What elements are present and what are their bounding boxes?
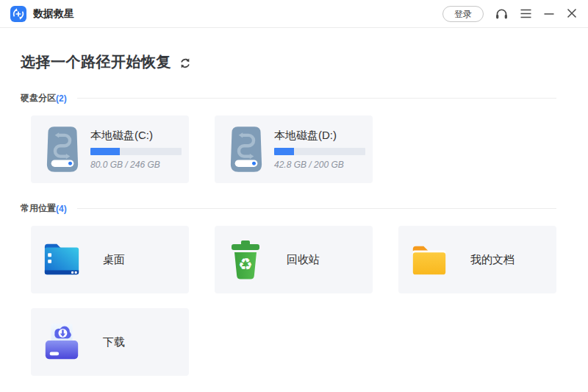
refresh-icon[interactable] <box>179 57 191 69</box>
main-content: 选择一个路径开始恢复 硬盘分区(2) <box>0 52 588 376</box>
section-partitions-count: (2) <box>56 93 67 104</box>
hard-drive-icon <box>229 126 263 173</box>
location-label: 下载 <box>103 335 125 349</box>
disk-card-grid: 本地磁盘(C:) 80.0 GB / 246 GB <box>31 115 556 183</box>
location-card-desktop[interactable]: 桌面 <box>31 226 189 293</box>
section-locations-count: (4) <box>56 204 67 214</box>
disk-name: 本地磁盘(D:) <box>274 129 365 143</box>
app-window: 数据救星 登录 <box>0 0 588 392</box>
location-card-documents[interactable]: 我的文档 <box>398 226 556 293</box>
disk-card-c[interactable]: 本地磁盘(C:) 80.0 GB / 246 GB <box>31 115 189 183</box>
location-card-downloads[interactable]: 下载 <box>31 308 189 376</box>
heading-row: 选择一个路径开始恢复 <box>21 52 567 72</box>
hard-drive-icon <box>46 126 79 173</box>
disk-name: 本地磁盘(C:) <box>90 129 182 143</box>
disk-usage-text: 80.0 GB / 246 GB <box>90 160 182 170</box>
disk-info: 本地磁盘(D:) 42.8 GB / 200 GB <box>274 129 365 170</box>
disk-card-d[interactable]: 本地磁盘(D:) 42.8 GB / 200 GB <box>215 115 373 183</box>
download-icon <box>41 321 82 363</box>
hamburger-menu-icon[interactable] <box>520 8 532 19</box>
location-label: 桌面 <box>103 253 125 267</box>
section-divider <box>77 98 556 99</box>
login-button[interactable]: 登录 <box>442 6 484 22</box>
section-locations: 常用位置(4) <box>21 202 567 215</box>
location-card-recycle-bin[interactable]: ♻ 回收站 <box>215 226 373 293</box>
titlebar-actions: 登录 <box>442 6 578 22</box>
disk-usage-bar <box>274 148 365 155</box>
desktop-folder-icon <box>41 241 82 278</box>
location-card-grid: 桌面 ♻ 回 <box>31 226 556 376</box>
disk-usage-bar <box>90 148 182 155</box>
section-divider <box>77 208 556 209</box>
section-partitions: 硬盘分区(2) <box>21 92 567 104</box>
disk-usage-bar-fill <box>274 148 294 155</box>
recycle-bin-icon: ♻ <box>225 240 266 279</box>
section-partitions-label: 硬盘分区 <box>21 92 56 104</box>
disk-info: 本地磁盘(C:) 80.0 GB / 246 GB <box>90 129 182 170</box>
app-title: 数据救星 <box>33 7 74 21</box>
close-icon[interactable] <box>566 8 578 19</box>
documents-folder-icon <box>409 242 450 277</box>
titlebar: 数据救星 登录 <box>0 0 588 28</box>
location-label: 回收站 <box>287 253 320 267</box>
disk-usage-text: 42.8 GB / 200 GB <box>274 160 365 170</box>
app-logo-recover-icon <box>10 6 26 22</box>
page-title: 选择一个路径开始恢复 <box>21 52 171 72</box>
disk-usage-bar-fill <box>90 148 120 155</box>
svg-text:♻: ♻ <box>238 255 253 274</box>
support-headphones-icon[interactable] <box>495 7 509 21</box>
minimize-icon[interactable] <box>543 8 555 19</box>
location-label: 我的文档 <box>470 253 514 267</box>
section-locations-label: 常用位置 <box>21 202 56 215</box>
